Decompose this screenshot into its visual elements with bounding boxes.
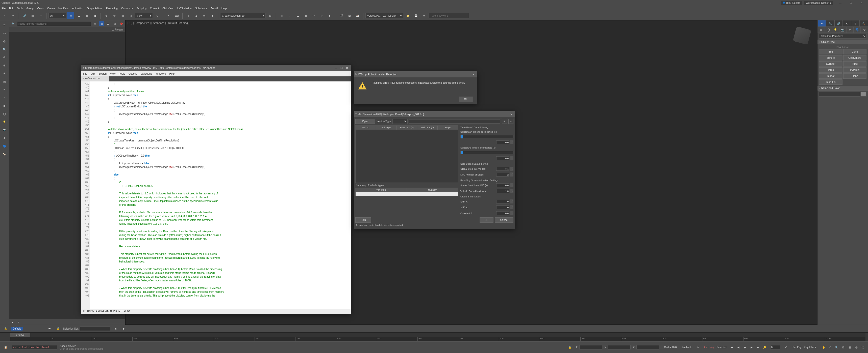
link-button[interactable]: 🔗 [21,12,28,19]
zoom-button[interactable]: 🔍 [834,345,840,351]
fov-button[interactable]: ◐ [854,345,860,351]
filter-helpers-button[interactable]: ✚ [0,134,8,142]
primitive-teapot[interactable]: Teapot [819,73,842,79]
current-frame-input[interactable] [770,345,780,350]
selected-filter[interactable]: Selected [716,346,726,349]
start-time-spinner[interactable] [496,140,509,144]
shift-y-spinner[interactable] [496,206,509,209]
view-cube-shape[interactable] [793,26,811,45]
selection-set-leftarrow-icon[interactable]: ◀ [112,325,119,332]
spinner-buttons[interactable]: ▴▾ [510,189,514,193]
y-input[interactable] [608,345,630,350]
layer-explorer-button[interactable]: ▤ [0,78,8,85]
named-selection-dropdown[interactable]: Create Selection Se▾ [220,13,266,19]
spinner-buttons[interactable]: ▴▾ [510,140,514,144]
maximize-button[interactable]: ☐ [846,0,856,5]
time-tick[interactable]: 1000 [825,337,866,341]
primitive-cone[interactable]: Cone [843,49,867,55]
menu-content[interactable]: Content [150,7,159,10]
column-frozen[interactable]: ▲ Frozen [112,28,123,31]
speed-mult-spinner[interactable] [496,189,509,193]
time-tick[interactable]: 0 [10,337,51,341]
menu-customize[interactable]: Customize [121,7,133,10]
prev-frame-button[interactable]: ◀ [736,345,742,351]
viewport-label[interactable]: [ + ] [ Perspective ] [ Standard ] [ Def… [127,22,189,25]
lock-icon[interactable]: 🔒 [2,325,9,332]
utilities-tab[interactable]: 🔨 [860,20,868,27]
systems-subtab[interactable]: ⚙ [861,27,868,33]
primitive-cylinder[interactable]: Cylinder [819,61,842,67]
key-filters-button[interactable]: Key Filters... [804,346,818,349]
time-tick[interactable]: 600 [499,337,539,341]
hide-button[interactable]: ⊘ [0,62,8,69]
schematic-button[interactable]: ⿻ [318,12,326,19]
display-all-button[interactable]: 👁 [0,54,8,61]
column-header[interactable]: Veh ID [355,126,376,130]
mxs-menu-options[interactable]: Options [128,72,137,75]
spinner-buttons[interactable]: ▴▾ [510,183,514,187]
time-config-button[interactable]: ⏱ [783,344,790,351]
exception-titlebar[interactable]: MAXScript Rollout Handler Exception ✕ [354,71,477,77]
create-tab[interactable]: ✦ [817,20,826,27]
select-all-button[interactable]: ☰ [0,21,8,29]
window-crossing-button[interactable]: ▣ [91,12,98,19]
undo-button[interactable]: ↶ [1,12,8,19]
interval-spinner[interactable] [496,167,509,171]
search-dropdown[interactable]: Vervea.wa... ...to_3dsMax▾ [366,13,403,19]
time-tick[interactable]: 300 [254,337,295,341]
rotate-button[interactable]: ⟲ [111,12,118,19]
freeze-button[interactable]: ❄ [0,70,8,77]
x-input[interactable] [579,345,602,350]
filter-cameras-button[interactable]: 📷 [0,126,8,134]
import-panel-titlebar[interactable]: Traffic Simulation (FZP) File Import Pan… [354,111,515,117]
vehicle-type-input[interactable] [409,119,500,123]
primitive-textplus[interactable]: TextPlus [819,79,842,85]
ribbon-button[interactable]: ▦ [302,12,309,19]
menu-group[interactable]: Group [27,7,34,10]
menu-arnold[interactable]: Arnold [211,7,218,10]
filter-geometry-button[interactable]: ◉ [0,102,8,109]
filter-lights-button[interactable]: 💡 [0,118,8,126]
time-slider[interactable]: 0 / 1000 [10,333,866,337]
scene-start-spinner[interactable] [496,183,509,187]
mxs-menu-edit[interactable]: Edit [91,72,95,75]
menu-scripting[interactable]: Scripting [136,7,147,10]
hierarchy-tab[interactable]: 🔗 [834,20,843,27]
color-swatch[interactable] [861,92,867,97]
search-input[interactable] [429,13,469,19]
time-tick[interactable]: 50 [51,337,91,341]
primitive-pyramid[interactable]: Pyramid [843,67,867,73]
expand-icon[interactable]: ▸ [10,319,15,324]
time-slider-handle[interactable]: 0 / 1000 [10,333,30,337]
workspace-selector[interactable]: Workspaces: Default ▾ [804,1,833,5]
layer-icon[interactable]: ☲ [105,21,111,26]
menu-file[interactable]: File [1,7,5,10]
placement-button[interactable]: ◎ [127,12,134,19]
motion-tab[interactable]: ⟲ [843,20,851,27]
snap-toggle-button[interactable]: 3 [185,12,192,19]
open-button[interactable]: Open [355,119,375,124]
primitive-torus[interactable]: Torus [819,67,842,73]
time-tick[interactable]: 900 [743,337,784,341]
column-header[interactable]: Veh Type [355,188,407,192]
cancel-button[interactable]: Cancel [495,217,514,223]
percent-snap-button[interactable]: % [201,12,208,19]
pin-icon[interactable]: 📌 [119,21,124,26]
angle-snap-button[interactable]: ∡ [193,12,200,19]
zoom-all-button[interactable]: ▦ [847,345,853,351]
category-dropdown[interactable]: Standard Primitives [819,34,867,39]
menu-civil-view[interactable]: Civil View [162,7,173,10]
redo-button[interactable]: ↷ [9,12,17,19]
spinner-buttons[interactable]: ▴▾ [510,156,514,160]
select-button[interactable]: ▭ [67,12,74,19]
menu-edit[interactable]: Edit [9,7,13,10]
filter-shapes-button[interactable]: ◯ [0,110,8,117]
pan-button[interactable]: ✋ [820,345,827,351]
next-frame-button[interactable]: ▶ [748,345,754,351]
mxs-menu-view[interactable]: View [110,72,116,75]
primitive-plane[interactable]: Plane [843,73,867,79]
modify-tab[interactable]: 🔧 [826,20,834,27]
time-tick[interactable]: 200 [173,337,214,341]
shift-x-spinner[interactable] [496,200,509,204]
help-button[interactable]: Help [355,217,371,223]
